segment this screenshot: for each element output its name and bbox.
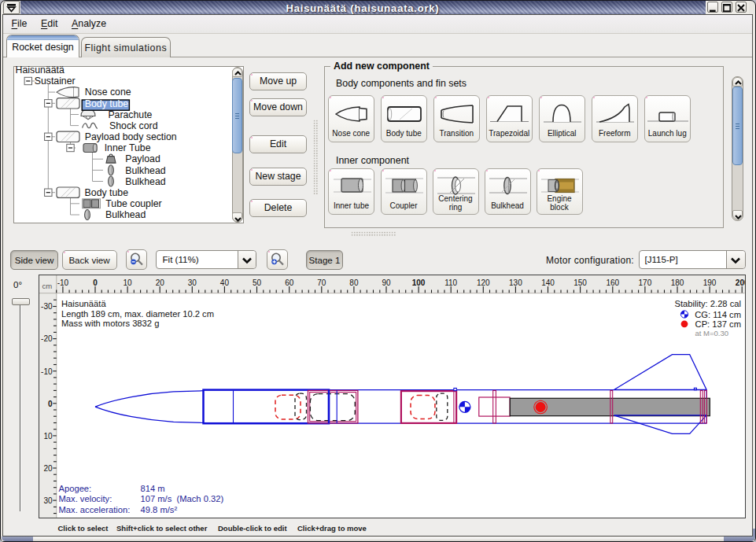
svg-text:CP: 137 cm: CP: 137 cm [695,319,740,329]
svg-text:Haisunäätä: Haisunäätä [61,298,106,308]
svg-text:Body tube: Body tube [85,187,129,198]
svg-text:30: 30 [187,278,197,286]
svg-text:Parachute: Parachute [108,109,152,120]
svg-text:Max. velocity:: Max. velocity: [58,494,112,503]
svg-text:49.8 m/s²: 49.8 m/s² [140,504,177,514]
svg-text:30: 30 [43,496,53,504]
svg-text:110: 110 [444,278,457,286]
svg-text:60: 60 [285,278,294,286]
svg-text:-20: -20 [41,334,53,343]
svg-text:20: 20 [43,463,53,472]
svg-text:90: 90 [382,278,391,286]
svg-text:200: 200 [735,278,745,286]
svg-text:814 m: 814 m [140,483,164,492]
svg-text:Max. acceleration:: Max. acceleration: [58,504,130,514]
svg-text:Bulkhead: Bulkhead [125,165,165,176]
svg-text:Apogee:: Apogee: [58,483,91,492]
svg-text:Payload: Payload [125,153,160,164]
svg-text:160: 160 [606,278,619,286]
svg-text:40: 40 [219,278,229,286]
svg-text:Mass with motors 3832 g: Mass with motors 3832 g [61,319,159,328]
svg-text:Stability: 2.28 cal: Stability: 2.28 cal [674,298,741,308]
svg-text:-30: -30 [41,302,53,311]
svg-text:0: 0 [93,278,98,286]
svg-text:-10: -10 [57,278,68,286]
svg-text:CG: 114 cm: CG: 114 cm [695,310,741,319]
svg-text:120: 120 [476,278,489,286]
svg-text:cm: cm [42,281,52,289]
svg-text:20: 20 [155,278,164,286]
svg-text:-10: -10 [41,367,53,375]
svg-text:10: 10 [43,431,53,440]
svg-text:Payload body section: Payload body section [85,131,177,142]
svg-text:Tube coupler: Tube coupler [105,198,161,209]
svg-text:180: 180 [670,278,684,286]
svg-text:0: 0 [47,399,52,407]
svg-text:Length 189 cm, max. diameter 1: Length 189 cm, max. diameter 10.2 cm [61,308,214,318]
svg-text:Body tube: Body tube [85,98,129,109]
svg-text:50: 50 [252,278,261,286]
svg-text:107 m/s (Mach 0.32): 107 m/s (Mach 0.32) [140,494,223,503]
svg-text:80: 80 [349,278,359,286]
svg-text:130: 130 [509,278,522,286]
svg-text:170: 170 [638,278,651,286]
svg-text:100: 100 [411,278,425,286]
svg-text:140: 140 [541,278,555,286]
svg-text:Inner Tube: Inner Tube [105,142,151,153]
svg-text:70: 70 [317,278,326,286]
svg-text:Shock cord: Shock cord [109,120,158,131]
svg-text:Sustainer: Sustainer [35,76,76,87]
svg-text:Bulkhead: Bulkhead [105,209,146,220]
svg-text:190: 190 [703,278,716,286]
svg-text:Nose cone: Nose cone [85,87,131,98]
svg-text:10: 10 [123,278,132,286]
svg-text:150: 150 [573,278,587,286]
svg-text:at M=0.30: at M=0.30 [695,329,728,337]
svg-text:Haisunäätä: Haisunäätä [16,66,65,76]
svg-text:Bulkhead: Bulkhead [125,176,165,187]
